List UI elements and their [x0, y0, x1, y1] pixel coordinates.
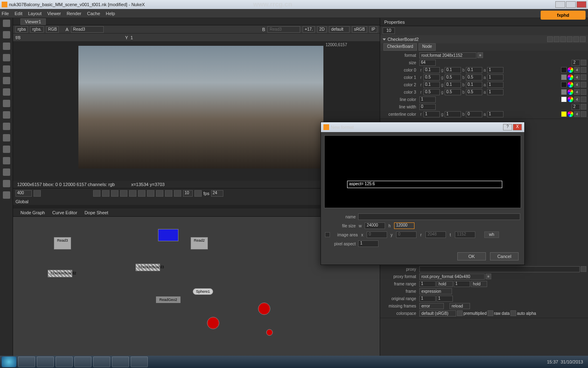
c0-four-button[interactable]: 4 — [574, 67, 580, 73]
c0g-input[interactable]: 0.1 — [445, 67, 461, 73]
c2r-input[interactable]: 0.1 — [423, 82, 440, 88]
node-sphere-red3[interactable] — [266, 329, 273, 336]
lock-icon[interactable] — [33, 190, 41, 197]
c2g-input[interactable]: 0.1 — [445, 82, 461, 88]
tool-merge-icon[interactable] — [3, 100, 10, 107]
proxyfmt-menu-icon[interactable]: ≡ — [486, 274, 491, 279]
goto-last-icon[interactable] — [165, 190, 172, 197]
tool-time-icon[interactable] — [3, 43, 10, 50]
centerline-swatch[interactable] — [561, 111, 567, 117]
size2-input[interactable]: 2 — [572, 60, 580, 66]
dlg-t-input[interactable]: 1152 — [455, 231, 475, 238]
minimize-button[interactable] — [555, 1, 565, 8]
next-key-icon[interactable] — [156, 190, 163, 197]
skip-back-icon[interactable] — [174, 190, 181, 197]
format-dropdown[interactable]: root.format 2048x1152 — [419, 52, 477, 58]
c1b-input[interactable]: 0.5 — [466, 74, 482, 81]
c2-anim-icon[interactable] — [581, 82, 586, 88]
taskbar-ie-icon[interactable] — [37, 357, 54, 367]
channel-dropdown-1[interactable]: rgba — [16, 26, 28, 33]
tab-viewer1[interactable]: Viewer1 — [20, 18, 46, 25]
c3-wheel-icon[interactable] — [568, 89, 573, 95]
menu-cache[interactable]: Cache — [87, 11, 100, 16]
zoom-dropdown[interactable]: +17. — [303, 26, 315, 33]
taskbar-app-icon[interactable] — [131, 357, 148, 367]
node-sphere-red1[interactable] — [258, 303, 270, 315]
c1-four-button[interactable]: 4 — [574, 74, 580, 80]
channel-dropdown-2[interactable]: rgba. — [30, 26, 44, 33]
c1-swatch[interactable] — [561, 74, 567, 80]
panel-maximize-icon[interactable] — [547, 36, 553, 42]
frame-input[interactable]: 400 — [16, 190, 32, 197]
tab-curveeditor[interactable]: Curve Editor — [52, 210, 77, 215]
cs-dropdown[interactable]: default (sRGB) — [419, 310, 456, 316]
proxy-browse-icon[interactable] — [581, 266, 586, 272]
c1r-input[interactable]: 0.5 — [423, 74, 440, 81]
c0r-input[interactable]: 0.1 — [423, 67, 440, 73]
size-input[interactable]: 64 — [419, 60, 436, 66]
menu-file[interactable]: File — [2, 11, 9, 16]
c3r-input[interactable]: 0.5 — [423, 89, 440, 95]
c0-anim-icon[interactable] — [581, 67, 586, 73]
linecolor-anim-icon[interactable] — [581, 96, 586, 102]
panel-close-icon[interactable] — [580, 36, 586, 42]
dlg-imagearea-checkbox[interactable] — [325, 232, 330, 237]
close-button[interactable] — [577, 1, 586, 8]
menu-render[interactable]: Render — [67, 11, 81, 16]
ccg-input[interactable]: 1 — [445, 111, 461, 117]
dlg-pa-input[interactable]: 1 — [358, 240, 379, 247]
tool-draw-icon[interactable] — [3, 31, 10, 38]
rawdata-checkbox[interactable] — [488, 310, 493, 316]
dlg-height-input[interactable]: 12000 — [394, 222, 414, 229]
proxy-input[interactable] — [419, 266, 580, 272]
node-constant1[interactable] — [158, 229, 178, 241]
menu-viewer[interactable]: Viewer — [47, 11, 61, 16]
size-anim-icon[interactable] — [581, 60, 586, 65]
c1-wheel-icon[interactable] — [568, 74, 573, 80]
linecolor-input[interactable]: 1 — [419, 96, 436, 103]
tool-keyer-icon[interactable] — [3, 88, 10, 96]
autoalpha-checkbox[interactable] — [510, 310, 516, 316]
proxyfmt-dropdown[interactable]: root.proxy_format 640x480 — [419, 274, 485, 280]
tab-nodegraph[interactable]: Node Graph — [20, 210, 45, 215]
stop-icon[interactable] — [129, 190, 136, 197]
fr-first-input[interactable]: 1 — [419, 281, 436, 287]
global-dropdown[interactable]: Global — [16, 199, 36, 204]
fps-input[interactable]: 24 — [211, 190, 223, 197]
c3-swatch[interactable] — [561, 89, 567, 95]
tool-metadata-icon[interactable] — [3, 168, 10, 176]
missing-dropdown[interactable]: error — [419, 303, 444, 309]
linewidth-input[interactable]: 0 — [419, 104, 436, 110]
dialog-close-button[interactable]: X — [513, 124, 522, 130]
c3g-input[interactable]: 0.5 — [445, 89, 461, 95]
tab-checkerboard[interactable]: CheckerBoard — [383, 43, 417, 51]
dlg-y-input[interactable]: 0 — [396, 231, 416, 238]
c0b-input[interactable]: 0.1 — [466, 67, 482, 73]
fstop-control[interactable]: f/8 — [16, 35, 20, 40]
panel-head-checkerboard2[interactable]: CheckerBoard2 — [380, 35, 588, 43]
centerline-wheel-icon[interactable] — [568, 111, 573, 117]
taskbar-nuke-icon[interactable] — [112, 357, 129, 367]
linecolor-wheel-icon[interactable] — [568, 96, 573, 102]
tool-particles-icon[interactable] — [3, 134, 10, 141]
linecolor-four-button[interactable]: 4 — [574, 96, 580, 102]
cca-input[interactable]: 1 — [487, 111, 503, 117]
tool-channel-icon[interactable] — [3, 54, 10, 61]
tool-image-icon[interactable] — [3, 20, 10, 27]
tool-deep-icon[interactable] — [3, 146, 10, 153]
tab-node[interactable]: Node — [419, 43, 436, 51]
menu-layout[interactable]: Layout — [28, 11, 42, 16]
node-checker2[interactable]: CheckerBoard2 — [48, 270, 72, 277]
centerline-anim-icon[interactable] — [581, 111, 586, 117]
c3-four-button[interactable]: 4 — [574, 89, 580, 95]
node-readgeo2[interactable]: ReadGeo2 — [156, 296, 180, 303]
dialog-titlebar[interactable]: New format ? X — [321, 122, 524, 132]
y-input[interactable]: 1 — [131, 35, 143, 40]
dlg-name-input[interactable] — [358, 213, 520, 220]
node-read2[interactable]: Read2 — [191, 237, 208, 249]
node-checker3[interactable]: CheckerBoard3 — [136, 264, 160, 271]
panel-undo-icon[interactable] — [560, 36, 566, 42]
c0-swatch[interactable] — [561, 67, 567, 73]
centerline-four-button[interactable]: 4 — [574, 111, 580, 117]
menu-edit[interactable]: Edit — [15, 11, 22, 16]
